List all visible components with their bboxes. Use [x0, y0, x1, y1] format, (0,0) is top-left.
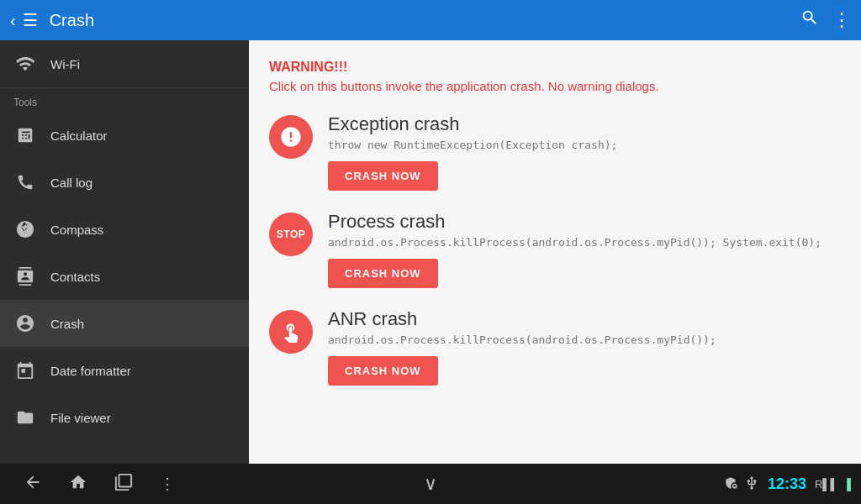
sidebar-item-fileviewer-label: File viewer: [50, 411, 111, 425]
calculator-icon: [13, 123, 37, 147]
anr-crash-icon: [269, 310, 313, 354]
anr-crash-title: ANR crash: [328, 308, 841, 330]
exception-crash-card: Exception crash throw new RuntimeExcepti…: [269, 113, 841, 191]
bottom-bar: ⋮ ∨ 12:33 R▌▌ ▐: [0, 464, 861, 504]
sidebar-item-contacts-label: Contacts: [50, 270, 100, 284]
compass-icon: [13, 218, 37, 241]
status-icons: [724, 475, 759, 493]
warning-title: WARNING!!!: [269, 57, 841, 77]
more-options-button[interactable]: ⋮: [832, 9, 851, 31]
process-crash-info: Process crash android.os.Process.killPro…: [328, 211, 841, 288]
main-area: Wi-Fi Tools Calculator Call log: [0, 40, 861, 464]
exception-crash-title: Exception crash: [328, 113, 841, 135]
exception-crash-icon: [269, 115, 313, 159]
phone-icon: [13, 171, 37, 194]
warning-subtitle: Click on this buttons invoke the applica…: [269, 77, 841, 97]
process-crash-code: android.os.Process.killProcess(android.o…: [328, 236, 841, 249]
page-title: Crash: [50, 11, 800, 30]
sidebar: Wi-Fi Tools Calculator Call log: [0, 40, 249, 464]
anr-crash-now-button[interactable]: CRASH NOW: [328, 356, 438, 386]
menu-button[interactable]: ☰: [23, 10, 38, 30]
usb-icon: [744, 475, 759, 493]
exception-crash-info: Exception crash throw new RuntimeExcepti…: [328, 113, 841, 191]
signal-icon: R▌▌: [815, 478, 838, 491]
bottom-nav-center: ∨: [424, 473, 437, 495]
bottom-nav-left: ⋮: [0, 473, 724, 496]
anr-crash-code: android.os.Process.killProcess(android.o…: [328, 333, 841, 346]
sidebar-item-calllog[interactable]: Call log: [0, 159, 249, 206]
sidebar-item-contacts[interactable]: Contacts: [0, 253, 249, 300]
anr-crash-info: ANR crash android.os.Process.killProcess…: [328, 308, 841, 386]
process-crash-now-button[interactable]: CRASH NOW: [328, 259, 438, 288]
bottom-nav-right: 12:33 R▌▌ ▐: [724, 475, 861, 493]
sidebar-item-calculator-label: Calculator: [50, 129, 108, 143]
back-nav-button[interactable]: [24, 473, 42, 496]
chevron-down-button[interactable]: ∨: [424, 473, 437, 494]
sidebar-item-compass[interactable]: Compass: [0, 206, 249, 253]
wifi-icon: [13, 52, 37, 76]
sidebar-item-crash-label: Crash: [50, 317, 84, 331]
battery-icon: ▐: [843, 478, 851, 491]
back-button[interactable]: ‹: [10, 11, 16, 30]
sidebar-item-wifi-label: Wi-Fi: [50, 57, 80, 71]
exception-crash-code: throw new RuntimeException(Exception cra…: [328, 139, 841, 151]
top-bar: ‹ ☰ Crash ⋮: [0, 0, 861, 40]
status-time: 12:33: [768, 475, 806, 493]
crash-icon: [13, 312, 37, 335]
search-button[interactable]: [800, 8, 819, 32]
process-crash-title: Process crash: [328, 211, 841, 233]
sidebar-item-compass-label: Compass: [50, 223, 103, 237]
process-crash-icon: STOP: [269, 213, 313, 256]
sidebar-item-dateformatter-label: Date formatter: [50, 364, 131, 378]
sidebar-section-tools: Tools: [0, 87, 249, 112]
folder-icon: [13, 406, 37, 429]
recent-apps-button[interactable]: [114, 473, 133, 496]
content-area: WARNING!!! Click on this buttons invoke …: [249, 40, 861, 464]
sidebar-item-fileviewer[interactable]: File viewer: [0, 394, 249, 441]
sidebar-item-calculator[interactable]: Calculator: [0, 112, 249, 159]
warning-block: WARNING!!! Click on this buttons invoke …: [269, 57, 841, 97]
home-nav-button[interactable]: [69, 473, 87, 496]
exception-crash-now-button[interactable]: CRASH NOW: [328, 161, 438, 191]
signal-icons: R▌▌ ▐: [815, 478, 851, 491]
bottom-more-button[interactable]: ⋮: [160, 475, 175, 493]
calendar-icon: [13, 359, 37, 382]
sidebar-item-dateformatter[interactable]: Date formatter: [0, 347, 249, 394]
process-crash-card: STOP Process crash android.os.Process.ki…: [269, 211, 841, 288]
sidebar-item-crash[interactable]: Crash: [0, 300, 249, 347]
sidebar-item-calllog-label: Call log: [50, 176, 92, 190]
android-debug-icon: [724, 475, 739, 493]
contacts-icon: [13, 265, 37, 288]
sidebar-item-wifi[interactable]: Wi-Fi: [0, 40, 249, 87]
anr-crash-card: ANR crash android.os.Process.killProcess…: [269, 308, 841, 386]
